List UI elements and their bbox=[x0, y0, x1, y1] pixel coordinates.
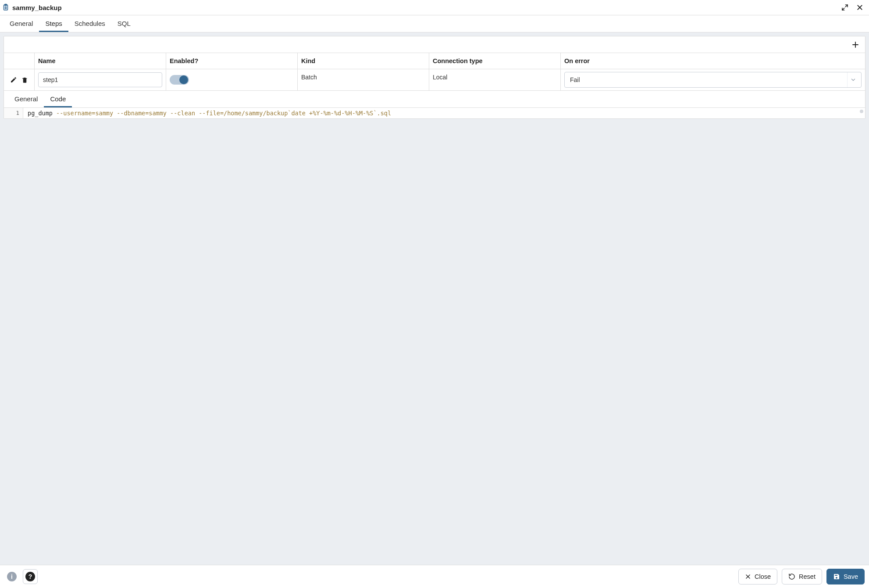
info-icon: i bbox=[7, 572, 17, 581]
save-button[interactable]: Save bbox=[826, 569, 865, 584]
tab-general[interactable]: General bbox=[4, 15, 39, 32]
edit-icon[interactable] bbox=[9, 75, 18, 84]
main-tabs: General Steps Schedules SQL bbox=[0, 15, 869, 32]
chevron-down-icon bbox=[847, 72, 858, 87]
grid-header: Name Enabled? Kind Connection type On er… bbox=[4, 53, 865, 69]
reset-label: Reset bbox=[799, 573, 816, 580]
kind-cell: Batch bbox=[298, 69, 429, 90]
enabled-toggle[interactable] bbox=[170, 75, 189, 85]
window-title: sammy_backup bbox=[12, 4, 62, 11]
subtab-code[interactable]: Code bbox=[44, 91, 72, 107]
footer: i ? Close bbox=[0, 565, 869, 588]
steps-panel: Name Enabled? Kind Connection type On er… bbox=[4, 36, 865, 119]
col-header-kind: Kind bbox=[298, 53, 429, 69]
help-icon: ? bbox=[25, 572, 35, 581]
expand-icon[interactable] bbox=[840, 3, 850, 12]
col-header-onerror: On error bbox=[561, 53, 865, 69]
tab-steps[interactable]: Steps bbox=[39, 15, 68, 32]
close-x-icon bbox=[745, 574, 751, 580]
grid-toolbar bbox=[4, 36, 865, 53]
code-gutter: 1 bbox=[4, 108, 23, 118]
subtab-general[interactable]: General bbox=[8, 91, 44, 107]
step-subtabs: General Code bbox=[4, 91, 865, 108]
tab-sql[interactable]: SQL bbox=[111, 15, 137, 32]
save-label: Save bbox=[844, 573, 858, 580]
onerror-select[interactable]: Fail bbox=[564, 72, 862, 88]
close-label: Close bbox=[755, 573, 771, 580]
add-row-button[interactable] bbox=[849, 39, 862, 51]
line-number: 1 bbox=[16, 110, 19, 116]
reset-icon bbox=[788, 573, 795, 580]
reset-button[interactable]: Reset bbox=[782, 569, 822, 584]
content-area: Name Enabled? Kind Connection type On er… bbox=[0, 32, 869, 565]
save-icon bbox=[833, 573, 840, 580]
info-button[interactable]: i bbox=[4, 569, 19, 584]
titlebar: sammy_backup bbox=[0, 0, 869, 15]
close-icon[interactable] bbox=[855, 3, 865, 12]
col-header-connection: Connection type bbox=[429, 53, 561, 69]
scroll-indicator-icon bbox=[860, 110, 863, 113]
table-row: Batch Local Fail bbox=[4, 69, 865, 91]
code-editor[interactable]: 1 pg_dump --username=sammy --dbname=samm… bbox=[4, 108, 865, 118]
code-command: pg_dump bbox=[28, 110, 56, 117]
code-content[interactable]: pg_dump --username=sammy --dbname=sammy … bbox=[23, 108, 865, 118]
onerror-value: Fail bbox=[570, 76, 580, 83]
help-button[interactable]: ? bbox=[23, 569, 38, 584]
col-header-enabled: Enabled? bbox=[166, 53, 298, 69]
close-button[interactable]: Close bbox=[738, 569, 777, 584]
trash-icon[interactable] bbox=[21, 75, 29, 84]
step-name-input[interactable] bbox=[38, 72, 162, 87]
tab-schedules[interactable]: Schedules bbox=[68, 15, 111, 32]
col-header-name: Name bbox=[35, 53, 166, 69]
clipboard-icon bbox=[2, 4, 10, 11]
code-args: --username=sammy --dbname=sammy --clean … bbox=[56, 110, 391, 117]
connection-cell: Local bbox=[429, 69, 561, 90]
svg-rect-1 bbox=[5, 4, 7, 6]
